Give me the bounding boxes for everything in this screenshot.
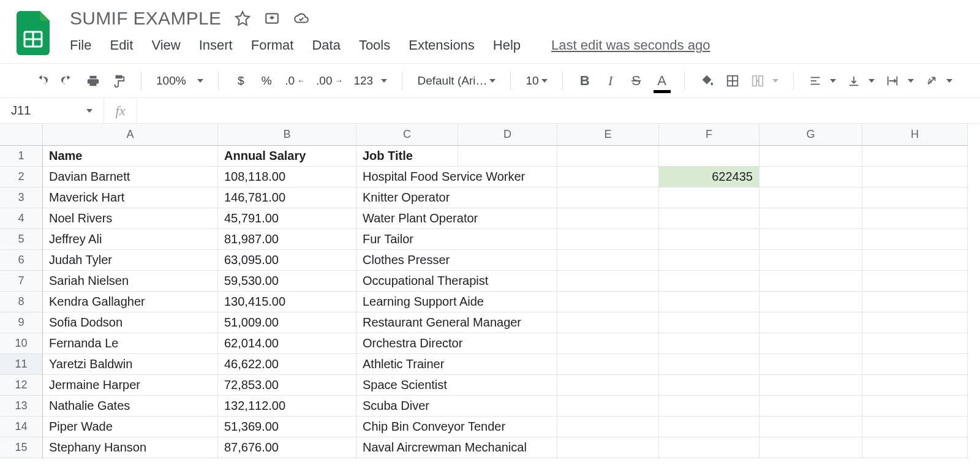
undo-button[interactable] <box>31 70 53 92</box>
cell-C8[interactable]: Learning Support Aide <box>356 292 557 312</box>
borders-button[interactable] <box>722 70 744 92</box>
cell-F2[interactable]: 622435 <box>659 167 760 187</box>
row-header-14[interactable]: 14 <box>0 417 43 437</box>
vertical-align-button[interactable] <box>843 70 878 92</box>
cell-G1[interactable] <box>760 146 862 167</box>
name-box[interactable]: J11 <box>0 98 104 123</box>
cell-H1[interactable] <box>862 146 968 167</box>
cell-F5[interactable] <box>659 229 760 250</box>
cell-A14[interactable]: Piper Wade <box>43 417 218 437</box>
column-header-C[interactable]: C <box>356 124 458 146</box>
row-header-13[interactable]: 13 <box>0 396 43 417</box>
cell-F1[interactable] <box>659 146 760 167</box>
cell-H7[interactable] <box>862 271 968 292</box>
cell-B6[interactable]: 63,095.00 <box>218 250 356 271</box>
merge-cells-button[interactable] <box>747 70 782 92</box>
horizontal-align-button[interactable] <box>805 70 840 92</box>
cell-H5[interactable] <box>862 229 968 250</box>
cloud-status-icon[interactable] <box>293 10 309 26</box>
column-header-H[interactable]: H <box>862 124 968 146</box>
more-formats-button[interactable]: 123 <box>350 70 391 92</box>
last-edit-link[interactable]: Last edit was seconds ago <box>551 37 710 53</box>
cell-B7[interactable]: 59,530.00 <box>218 271 356 292</box>
cell-C6[interactable]: Clothes Presser <box>356 250 557 271</box>
cell-B5[interactable]: 81,987.00 <box>218 229 356 250</box>
bold-button[interactable]: B <box>574 70 596 92</box>
cell-E5[interactable] <box>557 229 659 250</box>
cell-E1[interactable] <box>557 146 659 167</box>
decrease-decimal-button[interactable]: .0← <box>281 70 309 92</box>
move-icon[interactable] <box>264 10 280 26</box>
cell-E14[interactable] <box>557 417 659 437</box>
column-header-D[interactable]: D <box>458 124 557 146</box>
cell-G11[interactable] <box>760 354 862 375</box>
cell-F10[interactable] <box>659 333 760 354</box>
cell-H10[interactable] <box>862 333 968 354</box>
column-header-E[interactable]: E <box>557 124 659 146</box>
cell-G4[interactable] <box>760 208 862 229</box>
cell-B1[interactable]: Annual Salary <box>218 146 356 167</box>
cell-H9[interactable] <box>862 312 968 333</box>
cell-G15[interactable] <box>760 437 862 458</box>
cell-F12[interactable] <box>659 375 760 396</box>
row-header-5[interactable]: 5 <box>0 229 43 250</box>
menu-tools[interactable]: Tools <box>359 37 390 53</box>
menu-edit[interactable]: Edit <box>110 37 133 53</box>
cell-F14[interactable] <box>659 417 760 437</box>
cell-B8[interactable]: 130,415.00 <box>218 292 356 312</box>
fill-color-button[interactable] <box>696 70 718 92</box>
column-header-F[interactable]: F <box>659 124 760 146</box>
increase-decimal-button[interactable]: .00→ <box>312 70 346 92</box>
cell-B13[interactable]: 132,112.00 <box>218 396 356 417</box>
text-color-button[interactable]: A <box>651 70 673 92</box>
paint-format-button[interactable] <box>108 70 130 92</box>
cell-A2[interactable]: Davian Barnett <box>43 167 218 187</box>
cell-H14[interactable] <box>862 417 968 437</box>
redo-button[interactable] <box>56 70 78 92</box>
cell-G9[interactable] <box>760 312 862 333</box>
cell-C1[interactable]: Job Title <box>356 146 458 167</box>
cell-E15[interactable] <box>557 437 659 458</box>
star-icon[interactable] <box>235 10 251 26</box>
row-header-1[interactable]: 1 <box>0 146 43 167</box>
row-header-3[interactable]: 3 <box>0 187 43 208</box>
menu-format[interactable]: Format <box>251 37 294 53</box>
cell-C14[interactable]: Chip Bin Conveyor Tender <box>356 417 557 437</box>
column-header-B[interactable]: B <box>218 124 356 146</box>
cell-H11[interactable] <box>862 354 968 375</box>
cell-F6[interactable] <box>659 250 760 271</box>
formula-input[interactable] <box>137 98 980 123</box>
cell-A13[interactable]: Nathalie Gates <box>43 396 218 417</box>
cell-A1[interactable]: Name <box>43 146 218 167</box>
cell-G8[interactable] <box>760 292 862 312</box>
row-header-12[interactable]: 12 <box>0 375 43 396</box>
cell-C15[interactable]: Naval Aircrewman Mechanical <box>356 437 557 458</box>
cell-E10[interactable] <box>557 333 659 354</box>
cell-B10[interactable]: 62,014.00 <box>218 333 356 354</box>
cell-G10[interactable] <box>760 333 862 354</box>
cell-G7[interactable] <box>760 271 862 292</box>
cell-E9[interactable] <box>557 312 659 333</box>
cell-B3[interactable]: 146,781.00 <box>218 187 356 208</box>
cell-F3[interactable] <box>659 187 760 208</box>
cell-G6[interactable] <box>760 250 862 271</box>
cell-B4[interactable]: 45,791.00 <box>218 208 356 229</box>
italic-button[interactable]: I <box>600 70 622 92</box>
cell-E3[interactable] <box>557 187 659 208</box>
menu-data[interactable]: Data <box>312 37 340 53</box>
cell-E6[interactable] <box>557 250 659 271</box>
cell-E4[interactable] <box>557 208 659 229</box>
text-wrap-button[interactable] <box>882 70 917 92</box>
menu-insert[interactable]: Insert <box>199 37 233 53</box>
cell-C10[interactable]: Orchestra Director <box>356 333 557 354</box>
format-currency-button[interactable]: $ <box>230 70 252 92</box>
print-button[interactable] <box>82 70 104 92</box>
cell-F13[interactable] <box>659 396 760 417</box>
row-header-15[interactable]: 15 <box>0 437 43 458</box>
menu-file[interactable]: File <box>70 37 91 53</box>
cell-B14[interactable]: 51,369.00 <box>218 417 356 437</box>
column-header-G[interactable]: G <box>760 124 862 146</box>
cell-C11[interactable]: Athletic Trainer <box>356 354 557 375</box>
cell-H13[interactable] <box>862 396 968 417</box>
strikethrough-button[interactable]: S <box>625 70 647 92</box>
